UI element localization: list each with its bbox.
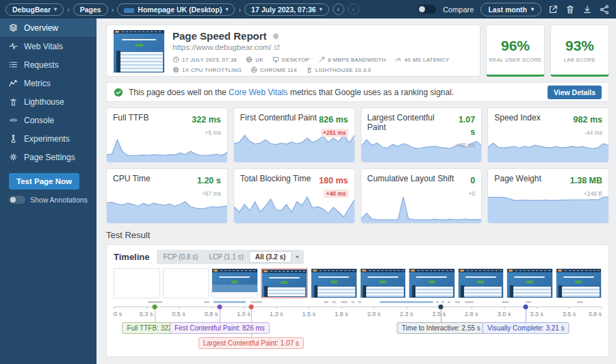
filmstrip-frame-10[interactable]	[556, 268, 602, 298]
filmstrip-frame-1[interactable]	[114, 268, 160, 298]
timeline-tab-fcp-0-8-s[interactable]: FCP (0.8 s)	[158, 252, 204, 262]
metric-card-first-contentful-paint[interactable]: First Contentful Paint826 ms+251 ms	[233, 107, 355, 163]
annotations-label: Show Annotations	[30, 196, 88, 204]
sidebar-item-console[interactable]: </>Console	[0, 111, 97, 129]
timeline-tab-all-3-2-s[interactable]: All (3.2 s)	[249, 251, 292, 263]
chrome-icon	[251, 66, 257, 73]
mini-waterfall	[114, 301, 602, 304]
filmstrip-frame-5[interactable]	[311, 268, 357, 298]
axis-tick-label: 1.0 s	[237, 311, 251, 317]
share-icon[interactable]	[600, 5, 609, 14]
axis-tick-label: 3.3 s	[530, 311, 543, 317]
axis-tick-label: 0.8 s	[205, 311, 218, 317]
metric-card-total-blocking-time[interactable]: Total Blocking Time180 ms+40 ms	[233, 168, 355, 224]
cwv-link[interactable]: Core Web Vitals	[229, 88, 287, 97]
meta-chrome-114: CHROME 114	[251, 66, 297, 73]
annotations-toggle[interactable]	[9, 196, 25, 204]
metric-value: 1.20 s	[197, 176, 221, 185]
page-mini-thumbnail	[124, 6, 134, 13]
metric-card-cpu-time[interactable]: CPU Time1.20 s+67 ms	[106, 168, 228, 224]
metric-name: First Contentful Paint	[240, 113, 317, 138]
sidebar-item-web-vitals[interactable]: Web Vitals	[0, 37, 97, 55]
metric-delta: +68 ms	[456, 142, 475, 148]
filmstrip-frame-7[interactable]	[409, 268, 455, 298]
metric-head: Largest Contentful Paint1.07 s+68 ms	[361, 108, 482, 150]
breadcrumb-homepage-uk-desktop[interactable]: Homepage UK (Desktop)▾	[117, 3, 235, 16]
metric-card-largest-contentful-paint[interactable]: Largest Contentful Paint1.07 s+68 ms	[361, 107, 483, 163]
date-range-select[interactable]: Last month ▾	[480, 3, 541, 16]
metric-card-page-weight[interactable]: Page Weight1.38 MB+246 B	[487, 168, 609, 224]
breadcrumb-pages[interactable]: Pages	[73, 3, 108, 16]
filmstrip-frame-8[interactable]	[458, 268, 504, 298]
pulse-icon	[9, 42, 18, 51]
metric-value: 322 ms	[192, 115, 220, 125]
sidebar-item-experiments[interactable]: Experiments	[0, 129, 97, 148]
filmstrip-frame-3[interactable]	[211, 268, 258, 298]
report-info: Page Speed Report https://www.debugbear.…	[172, 30, 473, 71]
filmstrip-frame-9[interactable]	[506, 268, 553, 298]
waterfall-bar	[577, 301, 583, 303]
show-annotations-row: Show Annotations	[0, 196, 97, 204]
chevron-down-icon: ▾	[225, 6, 228, 12]
breadcrumb-label: DebugBear	[12, 5, 51, 14]
next-result-button[interactable]: ›	[348, 3, 359, 15]
waterfall-bar	[436, 301, 439, 303]
marker-label-time-to-interactive[interactable]: Time to Interactive: 2.55 s	[397, 322, 485, 334]
check-circle-icon	[114, 88, 123, 97]
timeline-tabs: FCP (0.8 s)LCP (1.1 s)All (3.2 s)▾	[157, 250, 305, 264]
report-header-row: Page Speed Report https://www.debugbear.…	[106, 25, 609, 77]
sidebar-item-page-settings[interactable]: Page Settings	[0, 148, 97, 166]
prev-result-button[interactable]: ‹	[333, 3, 344, 15]
report-card: Page Speed Report https://www.debugbear.…	[106, 25, 480, 77]
breadcrumb-17-july-2023-07-36[interactable]: 17 July 2023, 07:36▾	[244, 3, 329, 16]
marker-line	[220, 309, 220, 322]
topbar: DebugBear▾›Pages›Homepage UK (Desktop)▾›…	[0, 0, 616, 18]
breadcrumb-label: Homepage UK (Desktop)	[138, 5, 222, 14]
download-icon[interactable]	[582, 5, 592, 14]
metric-delta: +5 ms	[205, 129, 220, 136]
report-settings-gear-icon[interactable]	[272, 32, 280, 40]
meta-label: CHROME 114	[260, 67, 297, 73]
sidebar-item-lighthouse[interactable]: Lighthouse	[0, 92, 97, 111]
metric-card-full-ttfb[interactable]: Full TTFB322 ms+5 ms	[106, 107, 228, 163]
timeline-tab-dropdown-caret[interactable]: ▾	[292, 254, 303, 260]
open-in-new-icon[interactable]	[548, 5, 558, 14]
metric-value: 1.07 s	[459, 115, 475, 137]
view-details-button[interactable]: View Details	[548, 86, 602, 99]
metric-name: Speed Index	[494, 113, 540, 138]
sidebar-item-requests[interactable]: Requests	[0, 55, 97, 74]
sidebar-item-metrics[interactable]: Metrics	[0, 74, 97, 92]
axis-tick	[407, 307, 407, 309]
desktop-icon	[272, 56, 279, 63]
marker-label-first-contentful-paint[interactable]: First Contentful Paint: 826 ms	[170, 322, 270, 334]
waterfall-bar	[148, 301, 162, 303]
svg-text:</>: </>	[10, 117, 17, 123]
filmstrip-frame-2[interactable]	[163, 268, 209, 298]
marker-label-visually-complete[interactable]: Visually Complete: 3.21 s	[483, 322, 569, 334]
test-page-now-button[interactable]: Test Page Now	[9, 173, 79, 190]
chevron-right-icon: ›	[238, 5, 241, 14]
axis-tick-label: 0 s	[114, 311, 122, 317]
axis-tick	[211, 307, 212, 309]
sidebar-item-label: Page Settings	[24, 153, 75, 162]
breadcrumb-debugbear[interactable]: DebugBear▾	[5, 3, 64, 16]
axis-tick-label: 2.5 s	[433, 311, 446, 317]
timeline-card: Timeline FCP (0.8 s)LCP (1.1 s)All (3.2 …	[106, 244, 609, 357]
sidebar-item-label: Metrics	[24, 79, 51, 88]
page-thumbnail	[114, 30, 164, 73]
metric-card-speed-index[interactable]: Speed Index982 ms-44 ms	[487, 107, 609, 163]
metric-card-cumulative-layout-shift[interactable]: Cumulative Layout Shift0+0	[361, 168, 483, 224]
meta-label: 17 JULY 2023, 07:36	[182, 57, 237, 63]
axis-tick	[244, 307, 244, 309]
sidebar: OverviewWeb VitalsRequestsMetricsLightho…	[0, 18, 97, 364]
timeline-tab-lcp-1-1-s[interactable]: LCP (1.1 s)	[203, 252, 248, 262]
sidebar-item-overview[interactable]: Overview	[0, 18, 97, 37]
compare-toggle[interactable]	[418, 5, 436, 14]
filmstrip-frame-4-lcp[interactable]	[261, 268, 309, 298]
report-url-link[interactable]: https://www.debugbear.com/	[172, 43, 473, 51]
filmstrip-frame-6[interactable]	[360, 268, 407, 298]
trash-icon[interactable]	[565, 5, 575, 14]
waterfall-bar	[214, 301, 245, 303]
layers-icon	[9, 23, 18, 32]
marker-label-largest-contentful-paint[interactable]: Largest Contentful Paint: 1.07 s	[198, 337, 304, 349]
